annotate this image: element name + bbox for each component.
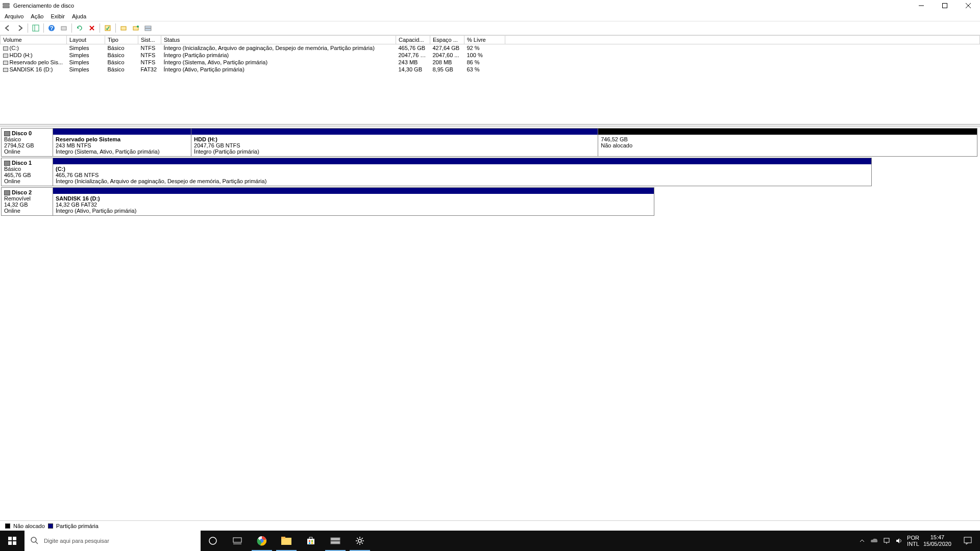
forward-button[interactable] [14, 22, 26, 34]
volume-row[interactable]: (C:)SimplesBásicoNTFSÍntegro (Inicializa… [1, 44, 980, 52]
taskbar: Digite aqui para pesquisar POR INTL 15:4… [0, 531, 980, 551]
properties-button[interactable] [102, 22, 113, 34]
disk-label[interactable]: Disco 1Básico465,76 GBOnline [1, 158, 53, 186]
taskbar-store[interactable] [299, 531, 323, 551]
taskbar-diskmgmt[interactable] [323, 531, 348, 551]
col-type[interactable]: Tipo [105, 36, 138, 44]
system-tray[interactable]: POR INTL 15:47 15/05/2020 [854, 531, 955, 551]
legend-unalloc-swatch [5, 523, 10, 529]
col-fs[interactable]: Sist... [138, 36, 161, 44]
menu-file[interactable]: Arquivo [1, 12, 27, 20]
help-button[interactable]: ? [46, 22, 57, 34]
col-capacity[interactable]: Capacid... [396, 36, 430, 44]
task-view-button[interactable] [225, 531, 250, 551]
toolbar-icon-2[interactable] [118, 22, 129, 34]
disk-row: Disco 1Básico465,76 GBOnline(C:)465,76 G… [1, 158, 979, 186]
svg-point-16 [137, 26, 139, 28]
partition[interactable]: 746,52 GBNão alocado [598, 128, 977, 157]
taskbar-settings[interactable] [348, 531, 372, 551]
svg-rect-36 [311, 542, 313, 544]
legend-unalloc-label: Não alocado [13, 523, 45, 529]
show-hide-button[interactable] [30, 22, 41, 34]
svg-rect-13 [105, 26, 110, 31]
taskbar-search[interactable]: Digite aqui para pesquisar [24, 531, 201, 551]
toolbar: ? [0, 21, 980, 35]
tray-lang1[interactable]: POR [907, 535, 919, 541]
app-icon [2, 2, 10, 10]
volume-row[interactable]: SANDISK 16 (D:)SimplesBásicoFAT32Íntegro… [1, 66, 980, 73]
svg-rect-30 [281, 538, 291, 545]
toolbar-icon-3[interactable] [130, 22, 141, 34]
partition[interactable]: SANDISK 16 (D:)14,32 GB FAT32Íntegro (At… [53, 187, 654, 216]
svg-rect-26 [233, 538, 241, 542]
taskbar-explorer[interactable] [274, 531, 299, 551]
svg-line-47 [362, 538, 363, 539]
partition[interactable]: HDD (H:)2047,76 GB NTFSÍntegro (Partição… [191, 128, 598, 157]
refresh-button[interactable] [74, 22, 85, 34]
svg-rect-18 [145, 29, 151, 31]
volume-row[interactable]: HDD (H:)SimplesBásicoNTFSÍntegro (Partiç… [1, 52, 980, 59]
minimize-button[interactable] [910, 0, 933, 11]
disk-label[interactable]: Disco 2Removível14,32 GBOnline [1, 187, 53, 216]
svg-line-24 [36, 542, 38, 544]
legend-primary-swatch [48, 523, 53, 529]
col-layout[interactable]: Layout [67, 36, 105, 44]
svg-rect-35 [309, 542, 310, 544]
cortana-button[interactable] [201, 531, 225, 551]
close-button[interactable] [957, 0, 980, 11]
tray-clock[interactable]: 15:47 15/05/2020 [923, 534, 951, 547]
col-volume[interactable]: Volume [1, 36, 67, 44]
search-placeholder: Digite aqui para pesquisar [44, 538, 109, 544]
toolbar-icon-4[interactable] [142, 22, 154, 34]
tray-onedrive-icon[interactable] [870, 537, 878, 545]
svg-line-44 [357, 538, 358, 539]
tray-network-icon[interactable] [883, 537, 891, 545]
svg-text:?: ? [50, 25, 54, 31]
svg-rect-3 [943, 4, 947, 8]
tray-date: 15/05/2020 [923, 541, 951, 547]
svg-rect-14 [121, 27, 126, 30]
svg-rect-6 [33, 25, 39, 31]
volume-list[interactable]: Volume Layout Tipo Sist... Status Capaci… [0, 35, 980, 124]
svg-point-25 [209, 537, 216, 544]
svg-rect-10 [61, 27, 66, 30]
partition[interactable]: Reservado pelo Sistema243 MB NTFSÍntegro… [53, 128, 191, 157]
col-status[interactable]: Status [161, 36, 396, 44]
col-free[interactable]: Espaço ... [430, 36, 464, 44]
tray-volume-icon[interactable] [895, 537, 903, 545]
delete-button[interactable] [86, 22, 97, 34]
partition[interactable]: (C:)465,76 GB NTFSÍntegro (Inicialização… [53, 158, 872, 186]
toolbar-icon-1[interactable] [58, 22, 69, 34]
col-pctfree[interactable]: % Livre [464, 36, 505, 44]
legend: Não alocado Partição primária [0, 520, 980, 531]
svg-rect-48 [884, 538, 889, 542]
svg-rect-21 [8, 541, 12, 545]
svg-rect-32 [307, 539, 314, 544]
svg-rect-1 [3, 6, 9, 8]
disk-label[interactable]: Disco 0Básico2794,52 GBOnline [1, 128, 53, 157]
svg-rect-37 [331, 538, 340, 540]
menu-bar: Arquivo Ação Exibir Ajuda [0, 11, 980, 21]
disk-graphic-pane[interactable]: Disco 0Básico2794,52 GBOnlineReservado p… [0, 127, 980, 387]
tray-chevron-icon[interactable] [858, 537, 866, 545]
back-button[interactable] [2, 22, 13, 34]
legend-primary-label: Partição primária [56, 523, 99, 529]
menu-action[interactable]: Ação [27, 12, 47, 20]
column-headers[interactable]: Volume Layout Tipo Sist... Status Capaci… [1, 36, 980, 44]
tray-lang2[interactable]: INTL [907, 541, 919, 547]
menu-view[interactable]: Exibir [47, 12, 68, 20]
menu-help[interactable]: Ajuda [68, 12, 90, 20]
svg-rect-50 [964, 537, 971, 543]
svg-point-39 [358, 539, 361, 542]
svg-rect-17 [145, 26, 151, 28]
volume-row[interactable]: Reservado pelo Sis...SimplesBásicoNTFSÍn… [1, 59, 980, 66]
taskbar-chrome[interactable] [250, 531, 274, 551]
svg-rect-33 [309, 540, 310, 542]
search-icon [31, 537, 39, 545]
maximize-button[interactable] [933, 0, 957, 11]
svg-rect-38 [331, 541, 340, 544]
notifications-button[interactable] [955, 531, 980, 551]
start-button[interactable] [0, 531, 24, 551]
svg-rect-19 [8, 537, 12, 540]
disk-row: Disco 2Removível14,32 GBOnlineSANDISK 16… [1, 187, 979, 216]
